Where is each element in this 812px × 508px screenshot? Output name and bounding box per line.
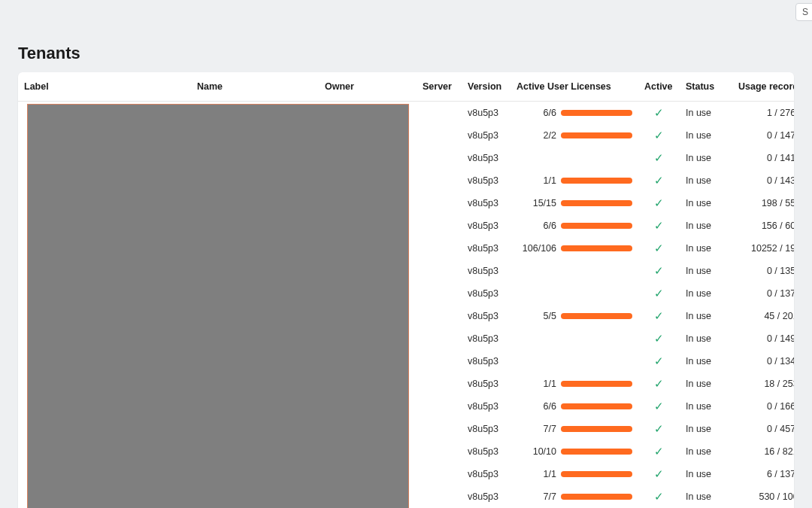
redacted-cell: [18, 418, 191, 440]
version-cell: v8u5p3: [462, 214, 511, 237]
redacted-cell: [417, 102, 462, 125]
col-server[interactable]: Server: [417, 72, 462, 102]
table-row[interactable]: v8u5p35/5✓In use45 / 201: [18, 305, 794, 327]
col-label[interactable]: Label: [18, 72, 191, 102]
check-icon: ✓: [654, 242, 664, 254]
version-cell: v8u5p3: [462, 102, 511, 125]
col-active[interactable]: Active: [638, 72, 680, 102]
licenses-bar: [561, 132, 632, 138]
col-owner[interactable]: Owner: [319, 72, 417, 102]
usage-cell: 156 / 604: [732, 214, 794, 237]
redacted-cell: [319, 282, 417, 305]
licenses-cell: 6/6: [511, 102, 638, 125]
version-cell: v8u5p3: [462, 463, 511, 485]
redacted-cell: [18, 192, 191, 214]
licenses-cell: [511, 260, 638, 282]
check-icon: ✓: [654, 265, 664, 276]
redacted-cell: [319, 214, 417, 237]
page-root: Tenants Label Name Owner Server Version …: [0, 0, 812, 508]
active-cell: ✓: [638, 327, 680, 350]
check-icon: ✓: [654, 333, 664, 344]
status-cell: In use: [680, 102, 732, 125]
licenses-cell: 6/6: [511, 395, 638, 418]
check-icon: ✓: [654, 197, 664, 208]
table-row[interactable]: v8u5p37/7✓In use0 / 457: [18, 418, 794, 440]
status-cell: In use: [680, 192, 732, 214]
table-row[interactable]: v8u5p32/2✓In use0 / 147: [18, 124, 794, 147]
licenses-bar: [561, 449, 632, 455]
redacted-cell: [319, 350, 417, 373]
active-cell: ✓: [638, 214, 680, 237]
col-name[interactable]: Name: [191, 72, 319, 102]
check-icon: ✓: [654, 491, 664, 502]
licenses-cell: [511, 327, 638, 350]
active-cell: ✓: [638, 147, 680, 169]
active-cell: ✓: [638, 440, 680, 463]
col-version[interactable]: Version: [462, 72, 511, 102]
status-cell: In use: [680, 327, 732, 350]
licenses-value: 15/15: [533, 198, 556, 208]
redacted-cell: [191, 395, 319, 418]
redacted-cell: [417, 440, 462, 463]
licenses-cell: 1/1: [511, 373, 638, 395]
col-licenses[interactable]: Active User Licenses: [511, 72, 638, 102]
table-row[interactable]: v8u5p315/15✓In use198 / 550: [18, 192, 794, 214]
redacted-cell: [417, 485, 462, 508]
redacted-cell: [417, 418, 462, 440]
version-cell: v8u5p3: [462, 192, 511, 214]
redacted-cell: [191, 282, 319, 305]
status-cell: In use: [680, 147, 732, 169]
topbar-button-fragment[interactable]: S: [795, 3, 812, 21]
redacted-cell: [319, 305, 417, 327]
active-cell: ✓: [638, 169, 680, 192]
table-row[interactable]: v8u5p3✓In use0 / 134: [18, 350, 794, 373]
version-cell: v8u5p3: [462, 124, 511, 147]
licenses-cell: 5/5: [511, 305, 638, 327]
redacted-cell: [417, 260, 462, 282]
redacted-cell: [18, 485, 191, 508]
usage-cell: 0 / 135: [732, 260, 794, 282]
status-cell: In use: [680, 214, 732, 237]
active-cell: ✓: [638, 350, 680, 373]
col-usage[interactable]: Usage recordings / total: [732, 72, 794, 102]
licenses-bar: [561, 178, 632, 184]
redacted-cell: [319, 237, 417, 260]
table-row[interactable]: v8u5p31/1✓In use18 / 253: [18, 373, 794, 395]
redacted-cell: [319, 260, 417, 282]
table-row[interactable]: v8u5p31/1✓In use0 / 143: [18, 169, 794, 192]
redacted-cell: [18, 395, 191, 418]
licenses-bar: [561, 426, 632, 432]
tenants-card: Label Name Owner Server Version Active U…: [18, 72, 794, 508]
redacted-cell: [191, 305, 319, 327]
table-row[interactable]: v8u5p31/1✓In use6 / 137: [18, 463, 794, 485]
status-cell: In use: [680, 124, 732, 147]
version-cell: v8u5p3: [462, 305, 511, 327]
redacted-cell: [319, 463, 417, 485]
table-row[interactable]: v8u5p36/6✓In use156 / 604: [18, 214, 794, 237]
version-cell: v8u5p3: [462, 395, 511, 418]
redacted-cell: [319, 395, 417, 418]
table-row[interactable]: v8u5p3✓In use0 / 149: [18, 327, 794, 350]
version-cell: v8u5p3: [462, 282, 511, 305]
licenses-value: 2/2: [544, 130, 556, 141]
table-row[interactable]: v8u5p3106/106✓In use10252 / 19745: [18, 237, 794, 260]
table-row[interactable]: v8u5p3✓In use0 / 137: [18, 282, 794, 305]
table-row[interactable]: v8u5p37/7✓In use530 / 1004: [18, 485, 794, 508]
status-cell: In use: [680, 440, 732, 463]
redacted-cell: [417, 124, 462, 147]
table-row[interactable]: v8u5p36/6✓In use1 / 276: [18, 102, 794, 125]
table-row[interactable]: v8u5p36/6✓In use0 / 166: [18, 395, 794, 418]
table-row[interactable]: v8u5p3✓In use0 / 141: [18, 147, 794, 169]
col-status[interactable]: Status: [680, 72, 732, 102]
check-icon: ✓: [654, 423, 664, 434]
active-cell: ✓: [638, 418, 680, 440]
redacted-cell: [417, 237, 462, 260]
table-row[interactable]: v8u5p310/10✓In use16 / 821: [18, 440, 794, 463]
redacted-cell: [319, 124, 417, 147]
check-icon: ✓: [654, 152, 664, 163]
redacted-cell: [417, 169, 462, 192]
redacted-cell: [191, 124, 319, 147]
licenses-cell: 2/2: [511, 124, 638, 147]
check-icon: ✓: [654, 129, 664, 141]
table-row[interactable]: v8u5p3✓In use0 / 135: [18, 260, 794, 282]
